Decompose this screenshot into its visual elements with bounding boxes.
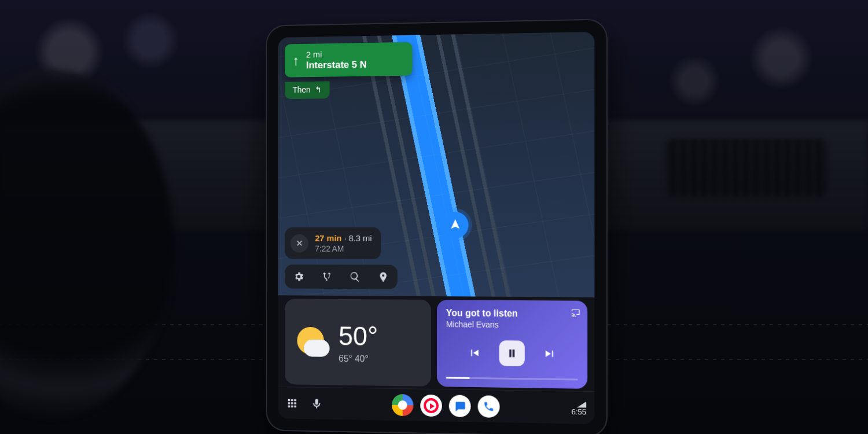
temperature-low: 40° [355, 354, 369, 363]
settings-button[interactable] [293, 270, 305, 283]
widget-row: 50° 65° 40° You got to listen [278, 299, 595, 389]
eta-summary: 27 min · 8.3 mi [315, 233, 372, 243]
search-button[interactable] [349, 270, 361, 283]
phone-app-button[interactable] [478, 395, 500, 418]
playback-progress[interactable] [446, 377, 578, 380]
signal-icon [577, 399, 586, 406]
track-title: You got to listen [446, 308, 578, 319]
temperature-high-low: 65° 40° [339, 354, 378, 365]
arrow-straight-icon: ↑ [293, 53, 300, 69]
eta-duration: 27 min [315, 233, 341, 243]
content-area: ↑ 2 mi Interstate 5 N Then ↰ ✕ [278, 32, 595, 391]
direction-road: Interstate 5 N [306, 59, 367, 71]
weather-card[interactable]: 50° 65° 40° [285, 299, 431, 387]
car-interior-scene: ↑ 2 mi Interstate 5 N Then ↰ ✕ [0, 0, 868, 434]
maps-app-button[interactable] [392, 393, 413, 416]
next-track-button[interactable] [542, 346, 557, 362]
arrow-left-turn-icon: ↰ [315, 85, 322, 94]
previous-track-button[interactable] [466, 345, 481, 360]
screen: ↑ 2 mi Interstate 5 N Then ↰ ✕ [278, 32, 595, 424]
close-navigation-button[interactable]: ✕ [290, 234, 308, 252]
next-step-banner[interactable]: Then ↰ [285, 81, 329, 99]
alternate-routes-button[interactable] [321, 270, 333, 283]
partly-cloudy-icon [294, 323, 330, 361]
navigation-map[interactable]: ↑ 2 mi Interstate 5 N Then ↰ ✕ [278, 32, 595, 297]
media-controls [446, 340, 578, 367]
play-pause-button[interactable] [499, 340, 524, 366]
eta-card[interactable]: ✕ 27 min · 8.3 mi 7:22 AM [285, 227, 381, 259]
map-toolbar [285, 264, 398, 289]
air-vent [665, 139, 827, 197]
playback-progress-fill [446, 377, 470, 379]
then-label: Then [293, 85, 311, 94]
voice-assistant-button[interactable] [311, 397, 323, 410]
infotainment-tablet: ↑ 2 mi Interstate 5 N Then ↰ ✕ [266, 19, 608, 434]
app-launcher-button[interactable] [286, 396, 298, 409]
current-temperature: 50° [339, 321, 378, 352]
system-bar: 6:55 [278, 387, 595, 424]
messages-app-button[interactable] [449, 395, 471, 417]
direction-banner[interactable]: ↑ 2 mi Interstate 5 N [285, 42, 412, 78]
vehicle-location-marker [442, 212, 469, 238]
temperature-high: 65° [339, 354, 352, 363]
track-artist: Michael Evans [446, 319, 578, 330]
media-card[interactable]: You got to listen Michael Evans [437, 300, 587, 389]
eta-arrival-time: 7:22 AM [315, 244, 372, 253]
youtube-music-app-button[interactable] [421, 394, 443, 417]
recenter-button[interactable] [377, 271, 390, 284]
cast-icon [571, 308, 580, 317]
clock: 6:55 [571, 407, 586, 416]
eta-distance: 8.3 mi [349, 233, 372, 243]
eta-separator: · [341, 233, 348, 243]
direction-distance: 2 mi [306, 49, 367, 60]
